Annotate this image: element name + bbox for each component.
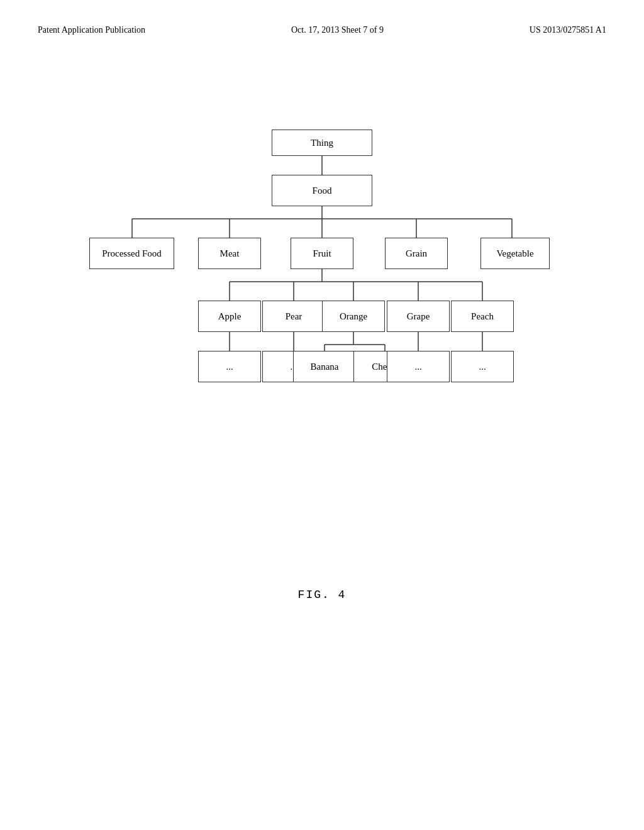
node-orange: Orange	[322, 301, 385, 332]
header-left: Patent Application Publication	[38, 25, 145, 35]
header-right: US 2013/0275851 A1	[530, 25, 606, 35]
node-banana: Banana	[293, 351, 356, 382]
header-center: Oct. 17, 2013 Sheet 7 of 9	[291, 25, 384, 35]
node-food: Food	[272, 175, 372, 206]
node-ellipsis3: ...	[387, 351, 450, 382]
figure-area: Thing Food Processed Food Meat Fruit Gra…	[0, 123, 644, 601]
node-processed-food: Processed Food	[89, 238, 174, 269]
page-header: Patent Application Publication Oct. 17, …	[0, 0, 644, 48]
node-ellipsis1: ...	[198, 351, 261, 382]
node-fruit: Fruit	[291, 238, 353, 269]
node-pear: Pear	[262, 301, 325, 332]
node-peach: Peach	[451, 301, 514, 332]
node-grain: Grain	[385, 238, 448, 269]
figure-caption: FIG. 4	[298, 589, 347, 601]
node-meat: Meat	[198, 238, 261, 269]
node-thing: Thing	[272, 130, 372, 156]
node-ellipsis4: ...	[451, 351, 514, 382]
node-apple: Apple	[198, 301, 261, 332]
tree-diagram: Thing Food Processed Food Meat Fruit Gra…	[77, 123, 567, 412]
node-grape: Grape	[387, 301, 450, 332]
node-vegetable: Vegetable	[480, 238, 550, 269]
